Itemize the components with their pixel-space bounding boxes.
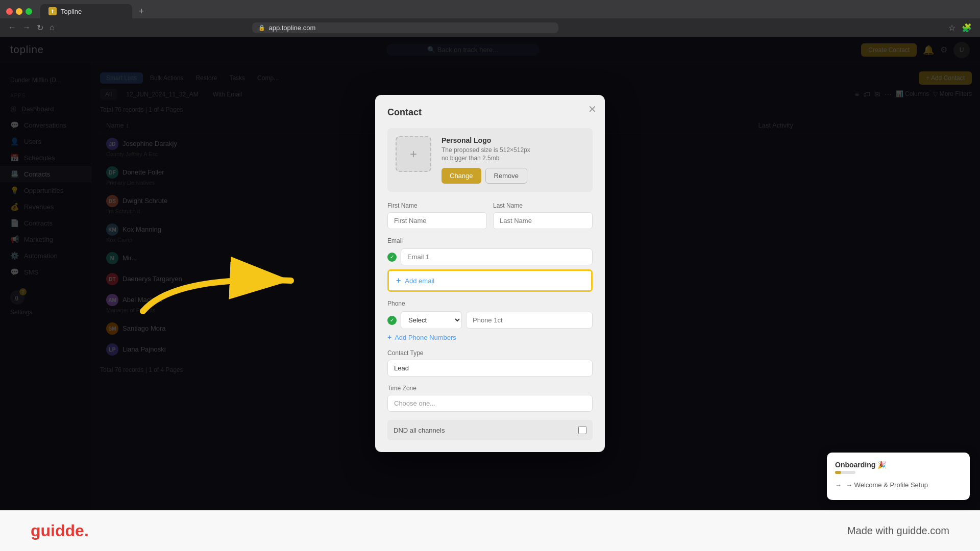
browser-reload[interactable]: ↻: [37, 23, 43, 33]
add-email-text: Add email: [405, 277, 434, 285]
time-zone-select[interactable]: Choose one...: [387, 395, 593, 412]
phone-status-dot: ✓: [387, 316, 397, 325]
address-url[interactable]: app.topline.com: [268, 24, 315, 32]
add-phone-row[interactable]: + Add Phone Numbers: [387, 333, 593, 341]
contact-type-label: Contact Type: [387, 349, 593, 357]
first-name-label: First Name: [387, 202, 487, 209]
made-with-text: Made with guidde.com: [847, 525, 949, 537]
phone-input[interactable]: [466, 312, 593, 329]
logo-upload-area[interactable]: +: [396, 136, 431, 172]
dnd-row: DND all channels: [387, 420, 593, 440]
modal-title: Contact: [387, 107, 593, 118]
change-logo-button[interactable]: Change: [442, 168, 481, 184]
new-tab-button[interactable]: +: [134, 4, 149, 18]
browser-bookmark-icon[interactable]: ☆: [948, 23, 955, 33]
onboarding-item[interactable]: → → Welcome & Profile Setup: [835, 478, 962, 492]
browser-back[interactable]: ←: [8, 23, 16, 32]
add-phone-plus-icon: +: [387, 333, 391, 341]
guidde-logo: guidde.: [31, 521, 89, 540]
phone-select[interactable]: Select: [401, 311, 462, 329]
contact-modal: Contact ✕ + Personal Logo The proposed s…: [375, 95, 605, 452]
last-name-label: Last Name: [493, 202, 593, 209]
browser-dot-minimize[interactable]: [16, 8, 22, 15]
first-name-input[interactable]: [387, 212, 487, 229]
time-zone-label: Time Zone: [387, 385, 593, 392]
email-label: Email: [387, 237, 593, 244]
browser-home[interactable]: ⌂: [50, 23, 55, 32]
address-lock-icon: 🔒: [258, 24, 265, 31]
email-input[interactable]: [401, 248, 593, 265]
browser-dot-maximize[interactable]: [26, 8, 32, 15]
browser-forward[interactable]: →: [22, 23, 31, 32]
email-status-dot: ✓: [387, 253, 397, 262]
add-phone-text: Add Phone Numbers: [395, 334, 456, 341]
last-name-input[interactable]: [493, 212, 593, 229]
add-email-plus-icon: +: [396, 276, 401, 285]
onboarding-progress-bar: [835, 471, 855, 474]
phone-label: Phone: [387, 300, 593, 307]
browser-extensions-icon[interactable]: 🧩: [962, 23, 972, 33]
onboarding-progress-fill: [835, 471, 841, 474]
logo-title: Personal Logo: [442, 136, 584, 144]
modal-close-button[interactable]: ✕: [588, 103, 597, 115]
onboarding-arrow-icon: →: [835, 481, 842, 489]
contact-type-select[interactable]: Lead: [387, 360, 593, 377]
tab-favicon: t: [48, 7, 57, 15]
dnd-label: DND all channels: [394, 427, 572, 434]
browser-tab-title: Topline: [61, 8, 82, 15]
remove-logo-button[interactable]: Remove: [485, 168, 527, 184]
logo-desc-2: no bigger than 2.5mb: [442, 155, 584, 162]
bottom-bar: guidde. Made with guidde.com: [0, 510, 980, 551]
onboarding-widget: Onboarding 🎉 → → Welcome & Profile Setup: [827, 453, 970, 500]
plus-icon: +: [410, 147, 417, 161]
dnd-checkbox[interactable]: [578, 426, 586, 434]
browser-dot-close[interactable]: [6, 8, 13, 15]
add-email-row[interactable]: + Add email: [387, 269, 593, 292]
logo-desc-1: The proposed size is 512×512px: [442, 146, 584, 154]
onboarding-title: Onboarding 🎉: [835, 461, 962, 469]
